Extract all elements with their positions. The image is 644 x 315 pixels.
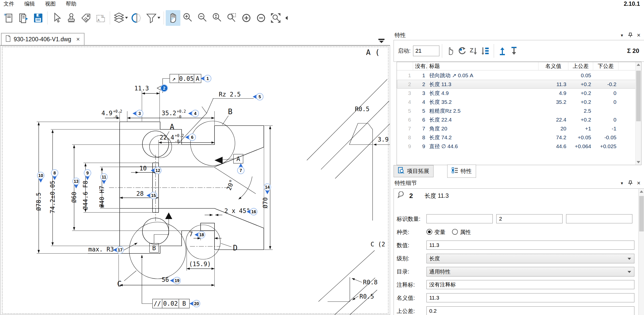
- tag-tool-button[interactable]: [79, 10, 93, 26]
- balloon-10[interactable]: 10: [37, 172, 44, 183]
- balloon-1[interactable]: 1: [201, 75, 211, 82]
- new-document-button[interactable]: ✳: [2, 10, 16, 26]
- panel-collapse-icon[interactable]: ▼: [620, 181, 624, 185]
- zoom-fit-button[interactable]: [268, 10, 283, 26]
- move-bottom-icon[interactable]: [508, 45, 520, 57]
- layers-button[interactable]: [112, 10, 130, 26]
- increase-button[interactable]: [239, 10, 254, 26]
- decrease-button[interactable]: [254, 10, 268, 26]
- detail-balloon-number: 2: [409, 192, 413, 200]
- svg-text:16: 16: [251, 209, 256, 214]
- characteristics-table: 没有。 标题 名义值 上公差 下公差 11径向跳动 ↗ 0.05 A0.0522…: [397, 62, 641, 165]
- catalog-select[interactable]: 通用特性: [426, 267, 634, 277]
- stamp-tool-button[interactable]: [64, 10, 79, 26]
- z-order-icon[interactable]: Z: [468, 45, 480, 57]
- id-count-input-1[interactable]: [426, 214, 493, 223]
- column-header-title[interactable]: 标题: [427, 62, 539, 70]
- balloon-17[interactable]: 17: [113, 247, 124, 253]
- close-icon[interactable]: ×: [637, 32, 640, 39]
- zoom-window-button[interactable]: [224, 10, 239, 26]
- upper-tolerance-input[interactable]: [426, 306, 634, 315]
- column-header-upper[interactable]: 上公差: [568, 62, 593, 70]
- table-row-1[interactable]: 11径向跳动 ↗ 0.05 A0.05: [397, 71, 641, 80]
- table-row-5[interactable]: 55粗糙度Rz 2.52.5: [397, 106, 641, 115]
- save-button[interactable]: [31, 10, 46, 26]
- zoom-dynamic-button[interactable]: [210, 10, 224, 26]
- table-row-2[interactable]: 22长度 11.311.3+0.2-0.2: [397, 80, 641, 89]
- tab-project-expand[interactable]: 项目拓展: [394, 165, 434, 177]
- balloon-region-tool-button[interactable]: 1A: [93, 10, 108, 26]
- balloon-6[interactable]: 6: [185, 134, 196, 141]
- table-row-6[interactable]: 66长度 22.422.4+0.20: [397, 115, 641, 124]
- note-input[interactable]: [426, 280, 634, 289]
- nominal-input[interactable]: [426, 293, 634, 302]
- move-top-icon[interactable]: [497, 45, 508, 57]
- tab-characteristics[interactable]: 特性: [447, 165, 476, 178]
- scroll-up-icon[interactable]: [640, 190, 643, 193]
- balloon-8[interactable]: 8: [51, 170, 58, 180]
- svg-text:0.02: 0.02: [163, 300, 178, 307]
- select-tool-button[interactable]: [49, 10, 64, 26]
- open-document-button[interactable]: [16, 10, 31, 26]
- kind-label: 种类:: [397, 227, 409, 237]
- panel-collapse-icon[interactable]: ▼: [620, 33, 624, 37]
- column-header-lower[interactable]: 下公差: [593, 62, 618, 70]
- table-row-9[interactable]: 99直径 ∅ 44.644.6+0.064+0.025: [397, 142, 641, 151]
- balloon-9[interactable]: 9: [84, 170, 91, 180]
- level-select[interactable]: 长度: [426, 254, 634, 263]
- menu-file[interactable]: 文件: [4, 0, 14, 7]
- detail-scrollbar[interactable]: [638, 189, 644, 315]
- pin-icon[interactable]: [628, 180, 632, 186]
- toolbar-collapse-button[interactable]: [283, 10, 290, 26]
- table-row-7[interactable]: 77角度 2020+1-1: [397, 124, 641, 133]
- balloon-14[interactable]: 14: [264, 184, 271, 194]
- renumber-rotate-icon[interactable]: [456, 45, 468, 57]
- drawing-canvas[interactable]: .dl{stroke:#111;stroke-width:1.3;fill:no…: [1, 46, 390, 315]
- column-header-nominal[interactable]: 名义值: [539, 62, 568, 70]
- id-count-input-2[interactable]: [496, 214, 563, 223]
- pin-icon[interactable]: [628, 32, 632, 38]
- mirror-tool-button[interactable]: [130, 10, 144, 26]
- balloon-19[interactable]: 19: [170, 277, 181, 284]
- zoom-in-button[interactable]: [180, 10, 195, 26]
- document-tab-close-button[interactable]: ×: [76, 36, 80, 43]
- menu-edit[interactable]: 编辑: [24, 0, 35, 7]
- detail-scrollbar-thumb[interactable]: [639, 196, 644, 231]
- scroll-down-icon[interactable]: [637, 161, 640, 163]
- balloon-11[interactable]: 11: [101, 174, 108, 184]
- dim-rz2.5: Rz 2.5: [219, 91, 241, 98]
- document-tab[interactable]: 930-1200-406-V1.dwg ×: [1, 33, 84, 45]
- balloon-18[interactable]: 18: [195, 231, 205, 238]
- menu-view[interactable]: 视图: [45, 0, 56, 7]
- value-input[interactable]: [426, 241, 634, 250]
- table-scrollbar-thumb[interactable]: [636, 71, 641, 121]
- table-row-4[interactable]: 44长度 35.235.2+0.20: [397, 97, 641, 106]
- balloon-20[interactable]: 20: [189, 300, 200, 307]
- hand-point-icon[interactable]: [445, 45, 456, 57]
- nominal-label: 名义值:: [397, 293, 415, 303]
- dim-2x45: 2 x 45°: [224, 207, 250, 214]
- kind-radio-1[interactable]: [426, 229, 432, 235]
- properties-panel-header: 特性 ▼ ×: [394, 30, 644, 40]
- table-scrollbar[interactable]: [635, 62, 641, 165]
- filter-button[interactable]: [144, 10, 162, 26]
- balloon-2[interactable]: 2: [157, 85, 168, 92]
- start-number-input[interactable]: [413, 46, 439, 56]
- id-count-input-3[interactable]: [566, 214, 632, 223]
- tab-list-menu-button[interactable]: [378, 39, 384, 43]
- balloon-13[interactable]: 13: [73, 178, 80, 189]
- table-row-8[interactable]: 88长度 74.274.2+0.05-0.05: [397, 133, 641, 142]
- balloon-3[interactable]: 3: [133, 110, 143, 117]
- menu-help[interactable]: 帮助: [66, 0, 76, 7]
- balloon-4[interactable]: 4: [188, 110, 199, 117]
- list-sort-icon[interactable]: [480, 45, 491, 57]
- zoom-out-button[interactable]: [195, 10, 210, 26]
- kind-radio-2[interactable]: [452, 229, 458, 235]
- column-header-no[interactable]: 没有。: [413, 62, 427, 70]
- partial-view-bottom-right: R0.8 R0.5: [318, 250, 378, 315]
- table-row-3[interactable]: 33长度 4.94.9+0.20: [397, 89, 641, 97]
- pan-tool-button[interactable]: [166, 10, 180, 26]
- balloon-5[interactable]: 5: [253, 93, 263, 100]
- scroll-up-icon[interactable]: [637, 64, 640, 66]
- close-icon[interactable]: ×: [637, 180, 640, 187]
